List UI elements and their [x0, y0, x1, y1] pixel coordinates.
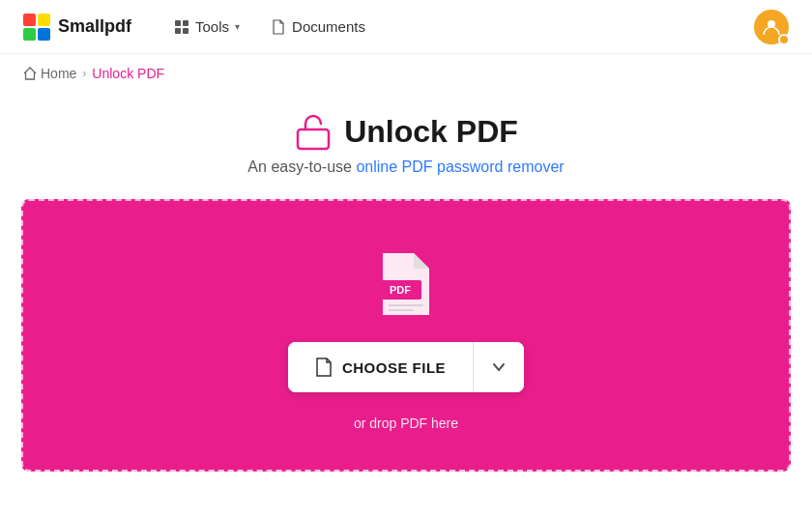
- avatar-icon: [762, 17, 781, 37]
- svg-rect-5: [183, 20, 188, 26]
- svg-rect-0: [23, 14, 36, 26]
- svg-rect-9: [298, 129, 329, 149]
- main-nav: Tools ▾ Documents: [162, 13, 754, 41]
- svg-rect-4: [175, 20, 181, 26]
- svg-text:PDF: PDF: [390, 284, 411, 296]
- nav-documents-label: Documents: [292, 18, 365, 35]
- page-title-area: Unlock PDF: [294, 112, 518, 151]
- pdf-file-icon: PDF: [375, 249, 437, 319]
- grid-icon: [174, 19, 189, 35]
- drop-zone[interactable]: PDF CHOOSE FILE: [21, 199, 791, 472]
- svg-rect-6: [175, 28, 181, 34]
- breadcrumb-home-link[interactable]: Home: [23, 66, 76, 81]
- choose-file-label: CHOOSE FILE: [342, 359, 446, 376]
- nav-tools-label: Tools: [195, 18, 229, 35]
- header: Smallpdf Tools ▾ Documents: [0, 0, 812, 54]
- tools-chevron-icon: ▾: [235, 21, 240, 32]
- subtitle-text-before: An easy-to-use: [247, 158, 356, 175]
- choose-file-dropdown-button[interactable]: [474, 342, 524, 392]
- svg-rect-1: [38, 14, 50, 26]
- nav-tools[interactable]: Tools ▾: [162, 13, 251, 41]
- logo[interactable]: Smallpdf: [23, 14, 131, 41]
- document-icon: [271, 19, 286, 35]
- chevron-down-icon: [491, 359, 507, 375]
- breadcrumb-separator: ›: [82, 67, 86, 80]
- logo-text: Smallpdf: [58, 16, 131, 37]
- subtitle-link[interactable]: online PDF password remover: [356, 158, 564, 175]
- user-avatar[interactable]: [754, 10, 789, 44]
- file-icon-small: [315, 358, 333, 377]
- main-content: Unlock PDF An easy-to-use online PDF pas…: [0, 93, 812, 472]
- page-title: Unlock PDF: [344, 114, 518, 150]
- svg-rect-7: [183, 28, 188, 34]
- svg-rect-2: [23, 28, 36, 41]
- choose-file-button[interactable]: CHOOSE FILE: [288, 342, 474, 392]
- unlock-icon: [294, 112, 333, 151]
- avatar-badge: [778, 34, 790, 45]
- svg-rect-3: [38, 28, 50, 41]
- smallpdf-logo-icon: [23, 14, 50, 41]
- page-subtitle: An easy-to-use online PDF password remov…: [247, 158, 564, 176]
- breadcrumb: Home › Unlock PDF: [0, 54, 812, 93]
- breadcrumb-current-page: Unlock PDF: [92, 66, 164, 81]
- choose-file-button-area: CHOOSE FILE: [288, 342, 524, 392]
- nav-documents[interactable]: Documents: [259, 13, 377, 41]
- drop-hint-text: or drop PDF here: [354, 415, 458, 431]
- breadcrumb-home-label: Home: [41, 66, 76, 81]
- home-icon: [23, 67, 37, 80]
